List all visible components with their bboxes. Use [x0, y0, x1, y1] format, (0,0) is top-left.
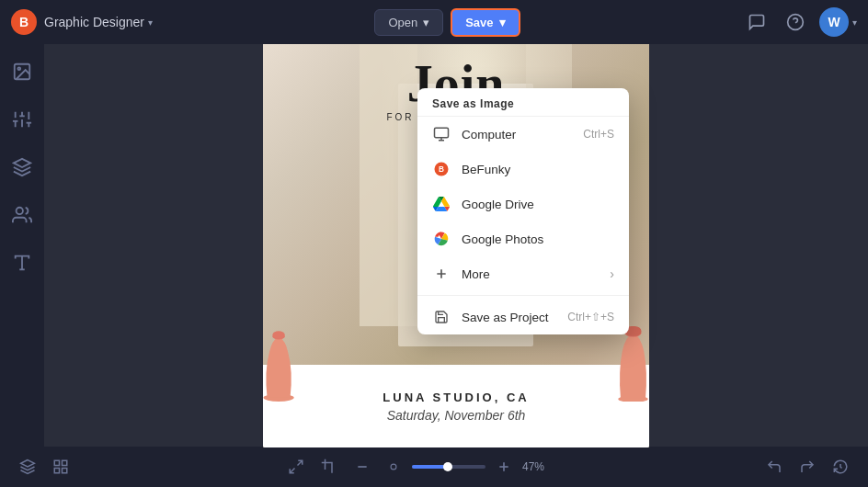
svg-text:B: B: [439, 165, 444, 174]
computer-label: Computer: [462, 128, 516, 142]
header: B Graphic Designer ▾ Open ▾ Save ▾: [0, 0, 868, 44]
save-button[interactable]: Save ▾: [451, 8, 520, 37]
dropdown-menu: Save as Image Computer Ctrl+S: [417, 88, 629, 334]
zoom-reset-icon[interactable]: [381, 454, 406, 480]
layers-toggle-icon[interactable]: [15, 454, 40, 480]
dropdown-item-gphotos[interactable]: Google Photos: [417, 221, 629, 256]
header-center: Open ▾ Save ▾: [374, 8, 520, 37]
svg-point-3: [17, 67, 20, 70]
svg-line-36: [290, 469, 294, 473]
save-label: Save: [465, 16, 493, 29]
svg-marker-13: [14, 159, 30, 167]
save-project-icon: [432, 308, 451, 326]
svg-rect-31: [54, 460, 59, 465]
dropdown-item-befunky[interactable]: B BeFunky: [417, 152, 629, 187]
svg-rect-32: [63, 460, 67, 465]
history-icon[interactable]: [828, 454, 853, 480]
zoom-handle: [443, 462, 452, 471]
crop-icon[interactable]: [316, 454, 342, 480]
user-chevron-icon: ▾: [852, 17, 857, 28]
more-plus-icon: [432, 265, 451, 283]
open-chevron-icon: ▾: [423, 16, 429, 29]
bottom-right: [761, 454, 853, 480]
more-label: More: [462, 267, 490, 281]
undo-icon[interactable]: [761, 454, 787, 480]
sidebar-item-image[interactable]: [6, 55, 39, 88]
header-right: W ▾: [742, 7, 857, 37]
svg-point-14: [17, 208, 23, 214]
save-chevron-icon: ▾: [499, 16, 506, 29]
redo-icon[interactable]: [794, 454, 820, 480]
save-project-label: Save as Project: [462, 311, 549, 324]
app-title-label: Graphic Designer: [44, 15, 144, 29]
avatar: W: [819, 7, 849, 37]
gphotos-icon: [432, 230, 451, 248]
bottom-center: 47%: [283, 454, 552, 480]
dropdown-overlay: Save as Image Computer Ctrl+S: [44, 88, 868, 447]
dropdown-item-save-project[interactable]: Save as Project Ctrl+⇧+S: [417, 300, 629, 334]
computer-shortcut: Ctrl+S: [583, 128, 614, 141]
zoom-percent: 47%: [522, 460, 552, 473]
dropdown-item-more[interactable]: More ›: [417, 256, 629, 291]
comment-icon[interactable]: [742, 7, 771, 37]
logo[interactable]: B: [11, 9, 37, 35]
dropdown-item-gdrive[interactable]: Google Drive: [417, 187, 629, 221]
grid-icon[interactable]: [48, 454, 74, 480]
sidebar: [0, 44, 44, 447]
svg-rect-23: [435, 128, 449, 138]
app-title-button[interactable]: Graphic Designer ▾: [44, 15, 153, 29]
computer-icon: [432, 125, 451, 143]
svg-marker-30: [21, 460, 35, 468]
zoom-out-icon[interactable]: [349, 454, 375, 480]
fit-icon[interactable]: [283, 454, 309, 480]
bottom-left: [15, 454, 74, 480]
zoom-in-icon[interactable]: [491, 454, 517, 480]
befunky-icon: B: [432, 160, 451, 178]
svg-point-38: [391, 464, 396, 470]
svg-rect-33: [54, 469, 59, 473]
bottom-bar: 47%: [0, 447, 868, 487]
svg-line-35: [298, 460, 303, 465]
gphotos-label: Google Photos: [462, 232, 543, 246]
open-button[interactable]: Open ▾: [374, 9, 443, 36]
sidebar-item-effects[interactable]: [6, 103, 39, 136]
zoom-slider[interactable]: [412, 465, 485, 469]
main-content: Join FOR A FREE POTTE LUNA STUDIO, CA Sa…: [0, 44, 868, 447]
avatar-initial: W: [828, 15, 839, 29]
user-menu[interactable]: W ▾: [819, 7, 857, 37]
befunky-label: BeFunky: [462, 163, 510, 176]
sidebar-item-people[interactable]: [6, 198, 39, 232]
svg-rect-34: [63, 469, 67, 473]
save-project-shortcut: Ctrl+⇧+S: [567, 311, 614, 323]
gdrive-label: Google Drive: [462, 198, 534, 211]
gdrive-icon: [432, 195, 451, 213]
open-label: Open: [388, 16, 417, 29]
sidebar-item-layers[interactable]: [6, 151, 39, 184]
dropdown-item-computer[interactable]: Computer Ctrl+S: [417, 117, 629, 152]
canvas-area[interactable]: Join FOR A FREE POTTE LUNA STUDIO, CA Sa…: [44, 44, 868, 447]
app-title-chevron-icon: ▾: [148, 17, 153, 28]
dropdown-divider: [417, 295, 629, 296]
dropdown-header: Save as Image: [417, 88, 629, 117]
zoom-slider-fill: [412, 465, 445, 469]
more-arrow-icon: ›: [610, 266, 614, 281]
help-icon[interactable]: [781, 7, 810, 37]
logo-text: B: [19, 15, 29, 29]
sidebar-item-text[interactable]: [6, 246, 39, 279]
header-left: B Graphic Designer ▾: [11, 9, 153, 35]
zoom-bar: 47%: [349, 454, 552, 480]
